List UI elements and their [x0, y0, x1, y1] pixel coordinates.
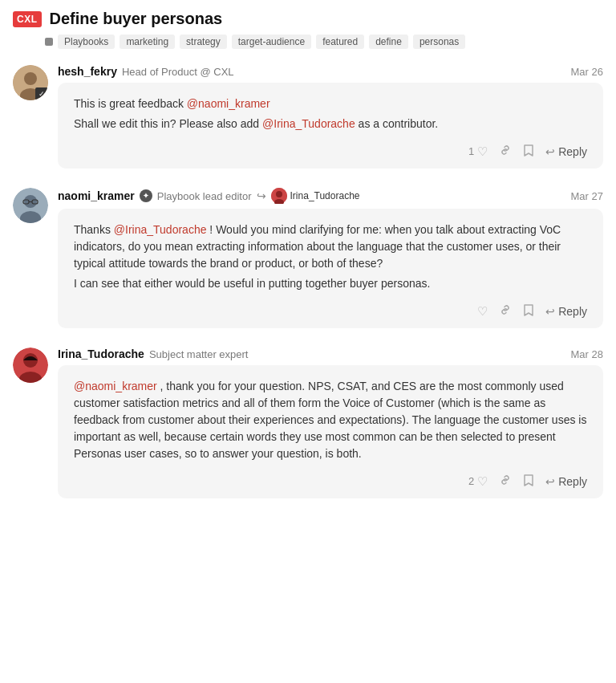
mention-naomi-3[interactable]: @naomi_kramer: [74, 380, 157, 392]
like-icon-3: ♡: [477, 474, 488, 489]
tag-target-audience[interactable]: target-audience: [232, 35, 311, 49]
comment-3-header-left: Irina_Tudorache Subject matter expert: [58, 348, 248, 360]
comment-3-bubble: @naomi_kramer , thank you for your quest…: [58, 365, 603, 498]
comment-2-header: naomi_kramer ✦ Playbook lead editor ↪ Ir…: [58, 188, 603, 204]
comment-1-text: This is great feedback @naomi_kramer: [74, 96, 587, 112]
verified-badge: ✓: [35, 87, 48, 100]
bookmark-icon-3: [523, 474, 534, 489]
reply-button-2[interactable]: ↩ Reply: [545, 305, 587, 318]
comment-1-header-left: hesh_fekry Head of Product @ CXL: [58, 65, 234, 78]
comment-1-actions: 1 ♡: [74, 140, 587, 159]
username-irina: Irina_Tudorache: [58, 348, 144, 360]
date-comment-3: Mar 28: [571, 348, 603, 360]
cxl-logo: CXL: [13, 11, 42, 27]
like-action-1[interactable]: 1 ♡: [468, 144, 488, 159]
username-naomi: naomi_kramer: [58, 189, 135, 202]
reply-arrow-icon-1: ↩: [545, 145, 555, 158]
comment-1-text2: Shall we edit this in? Please also add @…: [74, 116, 587, 132]
replied-to-name: Irina_Tudorache: [290, 190, 360, 201]
svg-point-10: [276, 191, 282, 197]
comment-3-header: Irina_Tudorache Subject matter expert Ma…: [58, 348, 603, 360]
tag-define[interactable]: define: [369, 35, 408, 49]
comment-1: ✓ hesh_fekry Head of Product @ CXL Mar 2…: [0, 55, 616, 178]
date-comment-1: Mar 26: [571, 66, 603, 78]
reply-label-3: Reply: [558, 475, 587, 488]
comment-2-text2: I can see that either would be useful in…: [74, 275, 587, 292]
like-icon-1: ♡: [477, 144, 488, 159]
role-irina: Subject matter expert: [149, 348, 249, 360]
mod-icon-naomi: ✦: [140, 189, 152, 202]
link-action-1[interactable]: [499, 144, 512, 159]
reply-label-2: Reply: [558, 305, 587, 318]
tag-personas[interactable]: personas: [413, 35, 465, 49]
playbooks-dot: [45, 38, 53, 46]
comment-1-bubble: This is great feedback @naomi_kramer Sha…: [58, 83, 603, 169]
reply-arrow-icon-2: ↩: [545, 305, 555, 318]
reply-arrow-icon-3: ↩: [545, 475, 555, 488]
tag-playbooks[interactable]: Playbooks: [58, 35, 115, 49]
comment-1-main: hesh_fekry Head of Product @ CXL Mar 26 …: [58, 65, 603, 169]
reply-button-1[interactable]: ↩ Reply: [545, 145, 587, 158]
bookmark-action-2[interactable]: [523, 303, 534, 319]
reply-label-1: Reply: [558, 145, 587, 158]
link-action-2[interactable]: [499, 303, 512, 319]
bookmark-icon-2: [523, 303, 534, 319]
replied-to-irina: Irina_Tudorache: [271, 188, 360, 204]
comment-3: Irina_Tudorache Subject matter expert Ma…: [0, 338, 616, 508]
date-comment-2: Mar 27: [571, 190, 603, 202]
tag-strategy[interactable]: strategy: [180, 35, 227, 49]
comment-2-actions: ♡: [74, 300, 587, 319]
comment-2: naomi_kramer ✦ Playbook lead editor ↪ Ir…: [0, 178, 616, 338]
avatar-hesh: ✓: [13, 65, 48, 100]
replied-to-avatar-irina: [271, 188, 287, 204]
bookmark-action-3[interactable]: [523, 474, 534, 489]
link-icon-2: [499, 303, 512, 319]
avatar-naomi: [13, 188, 48, 223]
mention-naomi-1[interactable]: @naomi_kramer: [187, 97, 270, 110]
comment-3-text: @naomi_kramer , thank you for your quest…: [74, 378, 587, 462]
comment-2-text: Thanks @Irina_Tudorache ! Would you mind…: [74, 222, 587, 272]
role-naomi: Playbook lead editor: [157, 190, 252, 202]
like-count-1: 1: [468, 145, 474, 157]
tag-featured[interactable]: featured: [316, 35, 364, 49]
comment-2-header-left: naomi_kramer ✦ Playbook lead editor ↪ Ir…: [58, 188, 359, 204]
link-action-3[interactable]: [499, 474, 512, 489]
replied-to-arrow: ↪: [257, 189, 266, 202]
like-count-3: 2: [468, 475, 474, 487]
bookmark-icon-1: [523, 144, 534, 159]
avatar-irina: [13, 348, 48, 383]
page-title: Define buyer personas: [50, 10, 223, 28]
link-icon-1: [499, 144, 512, 159]
mention-irina-1[interactable]: @Irina_Tudorache: [262, 117, 355, 130]
username-hesh: hesh_fekry: [58, 65, 117, 78]
tags-row: Playbooks marketing strategy target-audi…: [0, 31, 616, 55]
comment-1-header: hesh_fekry Head of Product @ CXL Mar 26: [58, 65, 603, 78]
like-action-2[interactable]: ♡: [477, 304, 488, 319]
svg-point-1: [24, 72, 37, 85]
reply-button-3[interactable]: ↩ Reply: [545, 475, 587, 488]
like-icon-2: ♡: [477, 304, 488, 319]
comment-3-actions: 2 ♡: [74, 470, 587, 489]
mention-irina-2[interactable]: @Irina_Tudorache: [114, 223, 207, 236]
bookmark-action-1[interactable]: [523, 144, 534, 159]
page-header: CXL Define buyer personas: [0, 0, 616, 31]
tag-marketing[interactable]: marketing: [120, 35, 175, 49]
comment-2-bubble: Thanks @Irina_Tudorache ! Would you mind…: [58, 209, 603, 328]
link-icon-3: [499, 474, 512, 489]
role-hesh: Head of Product @ CXL: [122, 66, 234, 78]
comment-3-main: Irina_Tudorache Subject matter expert Ma…: [58, 348, 603, 498]
like-action-3[interactable]: 2 ♡: [468, 474, 488, 489]
comment-2-main: naomi_kramer ✦ Playbook lead editor ↪ Ir…: [58, 188, 603, 328]
